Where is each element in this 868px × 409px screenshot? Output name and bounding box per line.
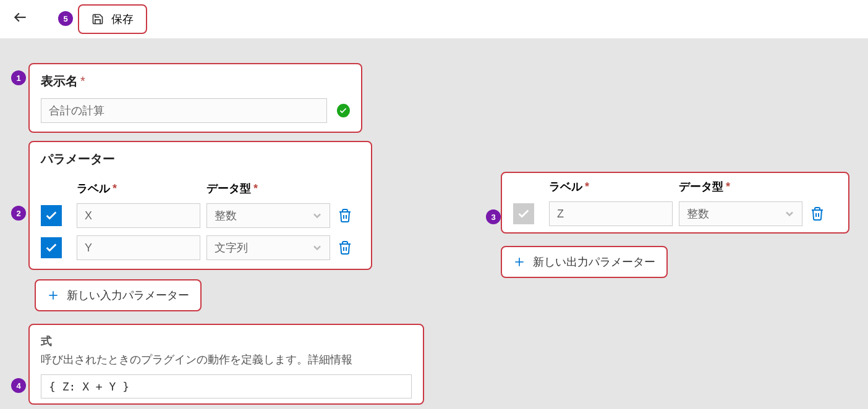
add-output-param-wrap: 新しい出力パラメーター [501,246,668,278]
display-name-input[interactable] [41,98,327,123]
chevron-down-icon [311,209,323,222]
input-parameters-panel: パラメーター ラベル* データ型* 整数 文字列 [28,141,372,270]
save-icon [91,13,104,25]
chevron-down-icon [783,208,796,220]
param-label-input[interactable] [77,203,200,228]
add-input-param-wrap: 新しい入力パラメーター [35,279,202,311]
formula-input[interactable]: { Z: X + Y } [41,374,412,398]
callout-badge: 3 [486,209,501,224]
param-label-input[interactable] [77,235,200,260]
header-bar: 保存 [0,0,868,38]
callout-badge: 5 [58,11,73,26]
output-row: 整数 [513,201,837,226]
param-checkbox[interactable] [41,205,62,226]
param-type-select[interactable]: 整数 [206,203,330,228]
add-output-parameter-button[interactable]: 新しい出力パラメーター [502,247,666,277]
delete-icon[interactable] [338,240,352,255]
callout-badge: 1 [11,70,26,85]
add-input-parameter-button[interactable]: 新しい入力パラメーター [36,280,200,310]
parameters-title: パラメーター [41,151,360,167]
save-button-label: 保存 [111,12,134,27]
formula-title: 式 [41,334,412,348]
back-arrow-icon[interactable] [12,9,28,29]
formula-panel: 式 呼び出されたときのプラグインの動作を定義します。詳細情報 { Z: X + … [28,324,424,405]
output-label-input[interactable] [549,201,673,226]
delete-icon[interactable] [810,206,825,221]
param-row: 整数 [41,203,360,228]
callout-badge: 4 [11,378,26,393]
display-name-title: 表示名* [41,73,350,90]
output-parameters-panel: ラベル* データ型* 整数 [501,172,849,234]
param-headers: ラベル* データ型* [41,181,360,196]
formula-description: 呼び出されたときのプラグインの動作を定義します。詳細情報 [41,352,412,367]
display-name-panel: 表示名* [28,63,362,133]
param-checkbox[interactable] [41,237,62,258]
save-button[interactable]: 保存 [78,4,147,34]
output-type-select[interactable]: 整数 [679,201,802,226]
delete-icon[interactable] [338,208,352,223]
check-icon [337,104,350,117]
callout-badge: 2 [11,206,26,221]
output-headers: ラベル* データ型* [513,179,837,194]
param-type-select[interactable]: 文字列 [206,235,330,260]
plus-icon [47,289,59,301]
param-row: 文字列 [41,235,360,260]
output-checkbox[interactable] [513,203,534,224]
plus-icon [513,256,525,268]
chevron-down-icon [311,242,323,254]
